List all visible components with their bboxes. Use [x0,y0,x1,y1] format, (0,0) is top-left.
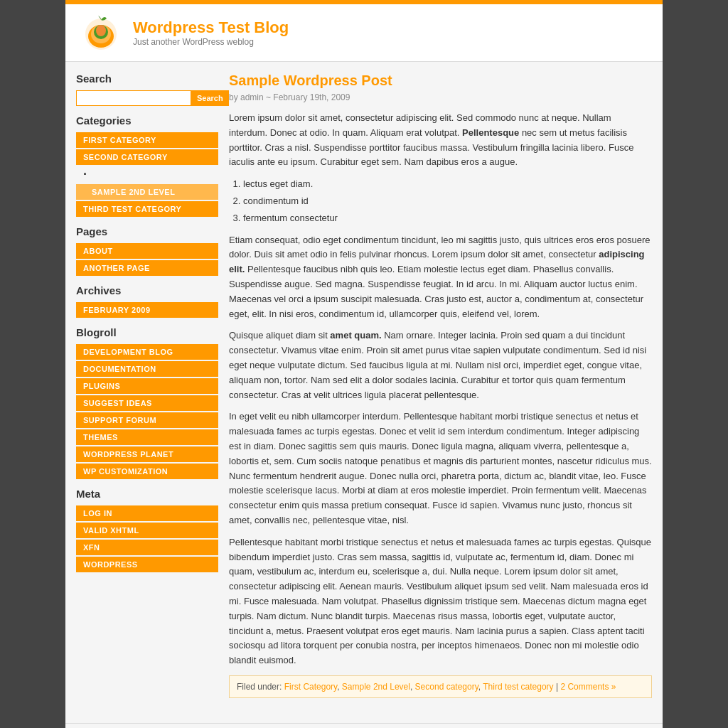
meta-login[interactable]: LOG IN [76,505,218,521]
category-dot: · [76,166,218,183]
meta-valid-xhtml[interactable]: VALID XHTML [76,523,218,538]
blogroll-wp-custom[interactable]: WP CUSTOMIZATION [76,464,218,479]
category-sample-2nd[interactable]: SAMPLE 2ND LEVEL [76,184,218,200]
post-paragraph-2: Etiam consequat, odio eget condimentum t… [229,233,652,322]
list-item-2: condimentum id [243,194,652,209]
site-footer: © Wordpress 2009 [65,723,663,728]
blogroll-section-title: Blogroll [76,326,218,338]
search-input[interactable] [76,90,191,106]
category-link-sample[interactable]: Sample 2nd Level [342,682,410,692]
blogroll-docs[interactable]: DOCUMENTATION [76,361,218,377]
category-link-second[interactable]: Second category [415,682,478,692]
post-footer: Filed under: First Category, Sample 2nd … [229,675,652,698]
blogroll-suggest[interactable]: SUGGEST IDEAS [76,395,218,411]
meta-section-title: Meta [76,488,218,500]
blogroll-themes[interactable]: THEMES [76,429,218,445]
sidebar: Search Search Categories FIRST CATEGORY … [76,73,218,698]
list-item-1: lectus eget diam. [243,177,652,192]
main-content: Sample Wordpress Post by admin ~ Februar… [229,73,652,698]
category-first[interactable]: FIRST CATEGORY [76,132,218,148]
blogroll-plugins[interactable]: PLUGINS [76,378,218,394]
blogroll-support[interactable]: SUPPORT FORUM [76,412,218,428]
pages-section-title: Pages [76,225,218,237]
list-item-3: fermentum consectetur [243,211,652,226]
meta-xfn[interactable]: XFN [76,540,218,555]
categories-section-title: Categories [76,114,218,127]
post-paragraph-1: Lorem ipsum dolor sit amet, consectetur … [229,111,652,170]
search-button[interactable]: Search [191,90,229,106]
archive-feb-2009[interactable]: FEBRUARY 2009 [76,302,218,318]
page-another[interactable]: ANOTHER PAGE [76,260,218,276]
header-title-block: Wordpress Test Blog Just another WordPre… [133,18,289,47]
blogroll-wp-planet[interactable]: WORDPRESS PLANET [76,446,218,462]
post-paragraph-3: Quisque aliquet diam sit amet quam. Nam … [229,328,652,402]
category-link-third[interactable]: Third test category [483,682,553,692]
post-list: lectus eget diam. condimentum id ferment… [243,177,652,225]
post-body: Lorem ipsum dolor sit amet, consectetur … [229,111,652,668]
category-second[interactable]: SECOND CATEGORY [76,149,218,165]
svg-point-4 [96,25,106,36]
category-third[interactable]: THIRD TEST CATEGORY [76,201,218,217]
site-logo [80,11,122,54]
search-box: Search [76,90,218,106]
post-paragraph-5: Pellentesque habitant morbi tristique se… [229,535,652,668]
site-subtitle: Just another WordPress weblog [133,37,289,47]
content-wrapper: Search Search Categories FIRST CATEGORY … [65,62,663,709]
blogroll-dev[interactable]: DEVELOPMENT BLOG [76,344,218,360]
search-section-title: Search [76,73,218,85]
comments-link[interactable]: 2 Comments » [560,682,616,692]
post-meta: by admin ~ February 19th, 2009 [229,92,652,102]
post-paragraph-4: In eget velit eu nibh ullamcorper interd… [229,410,652,528]
category-link-first[interactable]: First Category [284,682,337,692]
meta-wordpress[interactable]: WORDPRESS [76,557,218,572]
archives-section-title: Archives [76,284,218,296]
filed-under-label: Filed under: [237,682,282,692]
post-title: Sample Wordpress Post [229,73,652,89]
site-header: Wordpress Test Blog Just another WordPre… [65,4,663,62]
site-title[interactable]: Wordpress Test Blog [133,18,289,37]
page-about[interactable]: ABOUT [76,243,218,259]
